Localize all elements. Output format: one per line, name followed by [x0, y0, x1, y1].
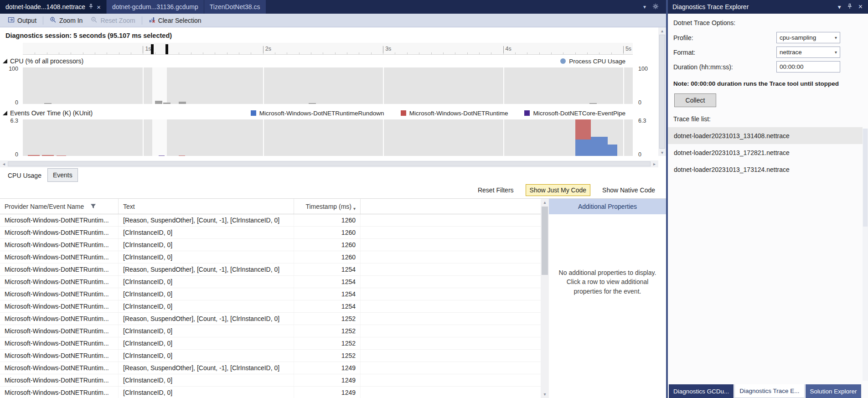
- profile-select[interactable]: cpu-sampling ▾: [776, 32, 840, 43]
- show-native-code-button[interactable]: Show Native Code: [599, 185, 659, 196]
- cell-text: [ClrInstanceID, 0]: [119, 350, 294, 362]
- cell-text: [Reason, SuspendOther], [Count, -1], [Cl…: [119, 214, 294, 226]
- cell-timestamp: 1252: [294, 313, 361, 325]
- table-row[interactable]: Microsoft-Windows-DotNETRuntim...[ClrIns…: [0, 251, 541, 264]
- scroll-left-icon[interactable]: ◂: [0, 160, 8, 167]
- duration-label: Duration (hh:mm:ss):: [673, 63, 733, 71]
- scrollbar-thumb[interactable]: [542, 207, 548, 275]
- show-just-my-code-button[interactable]: Show Just My Code: [526, 184, 591, 196]
- selection-handle[interactable]: [165, 44, 168, 54]
- scroll-down-icon[interactable]: ▾: [543, 391, 546, 398]
- cell-text: [Reason, SuspendOther], [Count, -1], [Cl…: [119, 264, 294, 275]
- cell-timestamp: 1252: [294, 325, 361, 337]
- legend-label: Microsoft-Windows-DotNETRuntimeRundown: [259, 110, 384, 117]
- close-icon[interactable]: ×: [858, 3, 863, 11]
- cell-filler: [361, 362, 541, 374]
- scrollbar-thumb[interactable]: [659, 35, 665, 149]
- column-header-filler: [361, 199, 541, 214]
- column-header-provider[interactable]: Provider Name/Event Name: [0, 199, 119, 214]
- cell-timestamp: 1252: [294, 337, 361, 349]
- table-row[interactable]: Microsoft-Windows-DotNETRuntim...[ClrIns…: [0, 227, 541, 239]
- timeline-ruler[interactable]: 1s2s3s4s5s: [23, 43, 633, 55]
- collect-button[interactable]: Collect: [674, 93, 716, 107]
- reset-zoom-button[interactable]: Reset Zoom: [87, 15, 139, 26]
- selection-handle[interactable]: [151, 44, 154, 54]
- table-row[interactable]: Microsoft-Windows-DotNETRuntim...[ClrIns…: [0, 337, 541, 350]
- cell-provider: Microsoft-Windows-DotNETRuntim...: [0, 362, 119, 374]
- scroll-down-icon[interactable]: ▾: [661, 149, 663, 156]
- trace-file-item[interactable]: dotnet-loader20231013_173124.nettrace: [668, 161, 863, 178]
- reset-filters-button[interactable]: Reset Filters: [474, 185, 517, 196]
- column-header-timestamp[interactable]: Timestamp (ms) ▾: [294, 199, 361, 214]
- scroll-up-icon[interactable]: ▴: [661, 27, 663, 34]
- events-legend: Microsoft-Windows-DotNETRuntimeRundownMi…: [251, 110, 625, 117]
- table-row[interactable]: Microsoft-Windows-DotNETRuntim...[ClrIns…: [0, 325, 541, 337]
- collapse-icon[interactable]: [3, 111, 7, 115]
- gear-icon[interactable]: [652, 3, 659, 11]
- event-bar: [159, 155, 165, 156]
- table-row[interactable]: Microsoft-Windows-DotNETRuntim...[Reason…: [0, 264, 541, 276]
- events-plot[interactable]: [23, 119, 633, 156]
- cpu-plot[interactable]: [23, 67, 633, 104]
- cpu-usage-bar: [179, 102, 186, 104]
- profile-row: Profile: cpu-sampling ▾: [673, 32, 863, 43]
- table-row[interactable]: Microsoft-Windows-DotNETRuntim...[ClrIns…: [0, 350, 541, 362]
- table-row[interactable]: Microsoft-Windows-DotNETRuntim...[ClrIns…: [0, 387, 541, 398]
- column-header-text[interactable]: Text: [119, 199, 294, 214]
- collapse-icon[interactable]: [3, 59, 7, 63]
- format-value: nettrace: [780, 49, 802, 56]
- cell-filler: [361, 288, 541, 300]
- table-row[interactable]: Microsoft-Windows-DotNETRuntim...[Reason…: [0, 214, 541, 227]
- application-window: dotnet-loade...1408.nettrace×dotnet-gcdu…: [0, 0, 868, 398]
- empty-properties-message: No additional properties to display. Cli…: [558, 268, 657, 296]
- pin-icon[interactable]: [847, 3, 852, 10]
- table-row[interactable]: Microsoft-Windows-DotNETRuntim...[Reason…: [0, 313, 541, 325]
- horizontal-scrollbar[interactable]: ◂ ▸: [0, 160, 658, 167]
- duration-row: Duration (hh:mm:ss):: [673, 61, 863, 72]
- events-y-axis-right: 6.3 0: [633, 119, 658, 156]
- chevron-down-icon[interactable]: ▾: [643, 4, 646, 10]
- table-row[interactable]: Microsoft-Windows-DotNETRuntim...[Reason…: [0, 362, 541, 374]
- event-bar: [42, 155, 54, 156]
- table-row[interactable]: Microsoft-Windows-DotNETRuntim...[ClrIns…: [0, 300, 541, 313]
- trace-file-item[interactable]: dotnet-loader20231013_172821.nettrace: [668, 144, 863, 161]
- chevron-down-icon[interactable]: ▾: [838, 3, 841, 10]
- cell-text: [ClrInstanceID, 0]: [119, 300, 294, 312]
- filter-funnel-icon[interactable]: [90, 203, 96, 209]
- document-tab[interactable]: dotnet-gcdum...31136.gcdump: [107, 0, 204, 14]
- scrollbar-thumb[interactable]: [8, 161, 651, 166]
- table-row[interactable]: Microsoft-Windows-DotNETRuntim...[ClrIns…: [0, 239, 541, 251]
- scroll-up-icon[interactable]: ▴: [543, 199, 546, 206]
- zoom-in-button[interactable]: Zoom In: [46, 15, 87, 26]
- scroll-right-icon[interactable]: ▸: [651, 160, 658, 167]
- document-tab[interactable]: dotnet-loade...1408.nettrace×: [0, 0, 106, 14]
- tool-window-tab[interactable]: Diagnostics GCDu...: [669, 384, 734, 398]
- tool-window-tab[interactable]: Diagnostics Trace E...: [734, 384, 804, 398]
- tab-cpu-usage[interactable]: CPU Usage: [3, 169, 46, 182]
- chevron-down-icon: ▾: [835, 35, 837, 40]
- tool-window-titlebar[interactable]: Diagnostics Trace Explorer ▾ ×: [668, 0, 868, 14]
- document-tab[interactable]: TizenDotNet38.cs: [204, 0, 266, 14]
- event-bar: [608, 145, 617, 156]
- charts-vertical-scrollbar[interactable]: ▴ ▾: [658, 27, 666, 156]
- filter-bar: Reset Filters Show Just My Code Show Nat…: [0, 182, 666, 198]
- pin-icon[interactable]: [88, 3, 93, 10]
- tab-events[interactable]: Events: [47, 168, 78, 182]
- trace-list-scrollbar[interactable]: [863, 129, 868, 381]
- clear-selection-button[interactable]: Clear Selection: [145, 15, 206, 26]
- duration-input[interactable]: [776, 61, 840, 72]
- table-header: Provider Name/Event Name Text Timestamp …: [0, 199, 541, 214]
- cell-filler: [361, 313, 541, 325]
- table-vertical-scrollbar[interactable]: ▴ ▾: [541, 199, 549, 398]
- format-select[interactable]: nettrace ▾: [776, 47, 840, 58]
- table-row[interactable]: Microsoft-Windows-DotNETRuntim...[ClrIns…: [0, 288, 541, 300]
- tool-window-title: Diagnostics Trace Explorer: [672, 3, 749, 10]
- close-icon[interactable]: ×: [97, 4, 101, 10]
- output-button[interactable]: Output: [4, 15, 41, 26]
- tool-window-tab[interactable]: Solution Explorer: [806, 384, 862, 398]
- trace-file-item[interactable]: dotnet-loader20231013_131408.nettrace: [668, 127, 863, 144]
- cell-provider: Microsoft-Windows-DotNETRuntim...: [0, 325, 119, 337]
- table-row[interactable]: Microsoft-Windows-DotNETRuntim...[ClrIns…: [0, 374, 541, 387]
- table-row[interactable]: Microsoft-Windows-DotNETRuntim...[ClrIns…: [0, 276, 541, 288]
- cell-text: [ClrInstanceID, 0]: [119, 239, 294, 251]
